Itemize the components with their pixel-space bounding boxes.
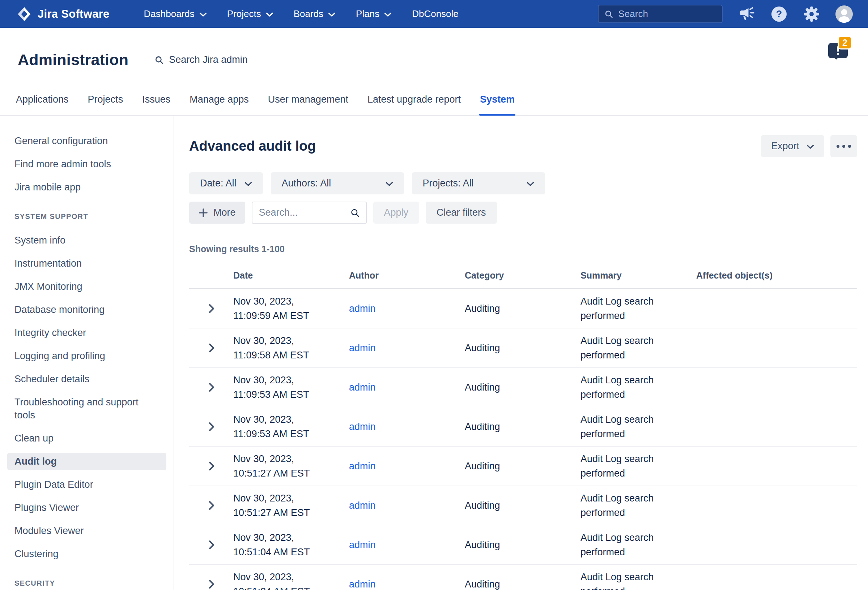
tab-applications[interactable]: Applications xyxy=(15,89,69,115)
topnav-item-projects[interactable]: Projects xyxy=(227,8,273,19)
topnav-item-plans[interactable]: Plans xyxy=(356,8,392,19)
search-icon[interactable] xyxy=(350,207,360,218)
user-avatar[interactable] xyxy=(836,6,853,23)
tab-manage-apps[interactable]: Manage apps xyxy=(189,89,249,115)
apply-button[interactable]: Apply xyxy=(373,202,419,224)
content-area: General configurationFind more admin too… xyxy=(0,116,868,590)
expand-row-button[interactable] xyxy=(204,341,219,355)
sidebar-item-instrumentation[interactable]: Instrumentation xyxy=(7,255,166,272)
expand-row-button[interactable] xyxy=(204,380,219,394)
topnav-item-dbconsole[interactable]: DbConsole xyxy=(412,8,459,19)
author-link[interactable]: admin xyxy=(349,461,376,471)
topnav-item-label: Dashboards xyxy=(144,8,195,19)
chevron-right-icon xyxy=(208,343,215,353)
category-cell: Auditing xyxy=(465,538,580,552)
sidebar-item-clustering[interactable]: Clustering xyxy=(7,545,166,562)
filter-label: Projects: All xyxy=(423,178,474,189)
sidebar-item-troubleshooting-and-support-tools[interactable]: Troubleshooting and support tools xyxy=(7,393,166,424)
tab-label: Applications xyxy=(16,94,69,105)
summary-cell: Audit Log search performed xyxy=(580,530,696,559)
filter-date-all[interactable]: Date: All xyxy=(189,172,263,194)
search-jira-admin-button[interactable]: Search Jira admin xyxy=(154,54,248,65)
date-text: Nov 30, 2023, xyxy=(233,530,327,545)
notification-count-badge: 2 xyxy=(838,36,852,50)
author-cell: admin xyxy=(349,459,465,473)
date-cell: Nov 30, 2023,10:51:04 AM EST xyxy=(233,570,349,590)
author-cell: admin xyxy=(349,498,465,513)
author-link[interactable]: admin xyxy=(349,500,376,511)
author-cell: admin xyxy=(349,301,465,316)
expand-row-button[interactable] xyxy=(204,577,219,590)
tab-user-management[interactable]: User management xyxy=(267,89,349,115)
tab-latest-upgrade-report[interactable]: Latest upgrade report xyxy=(367,89,462,115)
chevron-down-icon xyxy=(806,144,814,149)
jira-logo[interactable]: Jira Software xyxy=(17,6,109,22)
page-title: Advanced audit log xyxy=(189,138,316,154)
topnav-item-label: Projects xyxy=(227,8,261,19)
global-search[interactable] xyxy=(598,5,723,23)
global-search-input[interactable] xyxy=(619,8,716,19)
sidebar-item-audit-log[interactable]: Audit log xyxy=(7,453,166,470)
expand-row-button[interactable] xyxy=(204,419,219,434)
expand-row-button[interactable] xyxy=(204,301,219,316)
chevron-down-icon xyxy=(245,182,252,187)
more-options-button[interactable] xyxy=(830,135,857,157)
sidebar-item-plugin-data-editor[interactable]: Plugin Data Editor xyxy=(7,476,166,493)
clear-filters-button[interactable]: Clear filters xyxy=(426,202,497,224)
sidebar-item-jmx-monitoring[interactable]: JMX Monitoring xyxy=(7,278,166,295)
sidebar-item-logging-and-profiling[interactable]: Logging and profiling xyxy=(7,347,166,365)
author-link[interactable]: admin xyxy=(349,303,376,314)
topnav-item-boards[interactable]: Boards xyxy=(294,8,336,19)
filter-authors-all[interactable]: Authors: All xyxy=(271,172,404,194)
topnav-item-dashboards[interactable]: Dashboards xyxy=(144,8,207,19)
tab-label: User management xyxy=(268,94,348,105)
filter-label: Authors: All xyxy=(282,178,331,189)
sidebar-item-system-info[interactable]: System info xyxy=(7,232,166,249)
tab-system[interactable]: System xyxy=(479,89,515,115)
sidebar-item-plugins-viewer[interactable]: Plugins Viewer xyxy=(7,499,166,516)
settings-button[interactable] xyxy=(803,6,820,23)
author-cell: admin xyxy=(349,577,465,590)
category-cell: Auditing xyxy=(465,380,580,394)
filter-label: Date: All xyxy=(200,178,236,189)
summary-cell: Audit Log search performed xyxy=(580,491,696,520)
expand-cell xyxy=(189,301,233,316)
topnav-right-cluster: ? xyxy=(598,5,853,23)
author-link[interactable]: admin xyxy=(349,539,376,550)
sidebar-item-find-more-admin-tools[interactable]: Find more admin tools xyxy=(7,155,166,173)
author-link[interactable]: admin xyxy=(349,382,376,393)
category-cell: Auditing xyxy=(465,301,580,316)
sidebar-item-jira-mobile-app[interactable]: Jira mobile app xyxy=(7,178,166,196)
chevron-right-icon xyxy=(208,303,215,313)
expand-row-button[interactable] xyxy=(204,498,219,513)
tab-projects[interactable]: Projects xyxy=(87,89,124,115)
tab-issues[interactable]: Issues xyxy=(142,89,171,115)
expand-row-button[interactable] xyxy=(204,538,219,552)
sidebar-item-modules-viewer[interactable]: Modules Viewer xyxy=(7,522,166,539)
author-link[interactable]: admin xyxy=(349,579,376,590)
filter-projects-all[interactable]: Projects: All xyxy=(412,172,545,194)
sidebar-item-general-configuration[interactable]: General configuration xyxy=(7,132,166,150)
chevron-down-icon xyxy=(328,12,336,17)
summary-cell: Audit Log search performed xyxy=(580,412,696,441)
sidebar-item-database-monitoring[interactable]: Database monitoring xyxy=(7,301,166,318)
audit-search-input[interactable] xyxy=(259,207,350,218)
announcements-button[interactable] xyxy=(738,6,755,23)
sidebar-item-integrity-checker[interactable]: Integrity checker xyxy=(7,324,166,341)
sidebar-item-clean-up[interactable]: Clean up xyxy=(7,430,166,447)
more-filters-button[interactable]: More xyxy=(189,202,245,224)
summary-text: Audit Log search performed xyxy=(580,493,654,518)
expand-cell xyxy=(189,498,233,513)
author-link[interactable]: admin xyxy=(349,421,376,432)
notifications-button[interactable]: 2 xyxy=(828,36,851,60)
help-button[interactable]: ? xyxy=(771,6,788,23)
svg-text:?: ? xyxy=(776,9,782,19)
audit-search[interactable] xyxy=(252,202,367,224)
category-cell: Auditing xyxy=(465,577,580,590)
summary-text: Audit Log search performed xyxy=(580,572,654,590)
expand-row-button[interactable] xyxy=(204,459,219,473)
sidebar-item-scheduler-details[interactable]: Scheduler details xyxy=(7,370,166,388)
export-button[interactable]: Export xyxy=(761,135,824,157)
author-link[interactable]: admin xyxy=(349,343,376,353)
date-cell: Nov 30, 2023,11:09:53 AM EST xyxy=(233,373,349,402)
